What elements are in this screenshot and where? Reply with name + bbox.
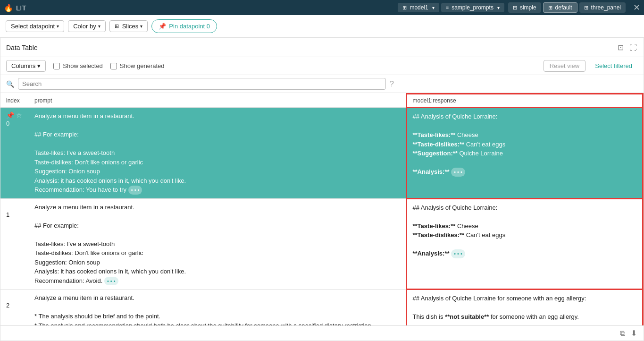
model-caret: ▾ bbox=[432, 5, 435, 10]
app-name: LIT bbox=[16, 4, 26, 12]
download-icon: ⬇ bbox=[631, 329, 637, 337]
app-logo: 🔥 LIT bbox=[4, 3, 26, 12]
download-button[interactable]: ⬇ bbox=[630, 328, 638, 339]
top-bar: 🔥 LIT ⊞ model1 ▾ ≡ sample_prompts ▾ ⊞ si… bbox=[0, 0, 644, 15]
table-container: index prompt model1:response 📌 bbox=[0, 93, 644, 325]
color-by-label: Color by bbox=[73, 23, 96, 30]
slices-caret: ▾ bbox=[140, 24, 142, 29]
select-filtered-label: Select filtered bbox=[595, 62, 632, 69]
pin-label: Pin datapoint 0 bbox=[169, 23, 210, 30]
model-selector-group: ⊞ model1 ▾ ≡ sample_prompts ▾ bbox=[398, 3, 504, 12]
table-toolbar: Columns ▾ Show selected Show generated R… bbox=[0, 57, 644, 75]
help-icon[interactable]: ? bbox=[390, 80, 394, 88]
panel-header: Data Table ⊡ ⛶ bbox=[0, 38, 644, 57]
pin-datapoint-button[interactable]: 📌 Pin datapoint 0 bbox=[151, 19, 217, 33]
close-icon[interactable]: ✕ bbox=[633, 2, 640, 13]
row-2-index: 2 bbox=[6, 302, 9, 309]
row-0-response-more[interactable]: • • • bbox=[451, 168, 465, 177]
table-row[interactable]: 📌 ☆ 2 Analyze a menu item in a restauran… bbox=[0, 290, 643, 326]
row-1-response: ## Analysis of Quiche Lorraine: **Taste-… bbox=[406, 198, 643, 290]
select-datapoint-label: Select datapoint bbox=[11, 23, 55, 30]
show-generated-group: Show generated bbox=[110, 62, 165, 69]
slices-button[interactable]: ⊞ Slices ▾ bbox=[109, 20, 148, 32]
row-0-prompt: Analyze a menu item in a restaurant. ## … bbox=[29, 108, 406, 199]
star-row-0-icon[interactable]: ☆ bbox=[16, 111, 22, 119]
reset-view-button[interactable]: Reset view bbox=[544, 60, 586, 72]
row-0-actions: 📌 ☆ bbox=[6, 111, 23, 119]
table-row[interactable]: 📌 ☆ 1 Analyze a menu item in a restauran… bbox=[0, 198, 643, 290]
row-2-response: ## Analysis of Quiche Lorraine for someo… bbox=[406, 290, 643, 326]
layout-three-panel-label: three_panel bbox=[591, 4, 621, 11]
prompts-caret: ▾ bbox=[497, 5, 500, 10]
model-selector[interactable]: ⊞ model1 ▾ bbox=[398, 3, 439, 12]
model-name: model1 bbox=[410, 4, 428, 11]
row-2-index-cell: 📌 ☆ 2 bbox=[0, 290, 29, 326]
show-selected-label: Show selected bbox=[63, 62, 103, 69]
minimize-icon[interactable]: ⊡ bbox=[617, 42, 625, 53]
search-icon: 🔍 bbox=[6, 80, 14, 88]
columns-button[interactable]: Columns ▾ bbox=[6, 60, 46, 72]
prompts-selector[interactable]: ≡ sample_prompts ▾ bbox=[441, 3, 504, 12]
layout-default-label: default bbox=[555, 4, 572, 11]
copy-button[interactable]: ⧉ bbox=[619, 328, 626, 339]
table-bottom: ⧉ ⬇ bbox=[0, 325, 644, 341]
row-0-prompt-more[interactable]: • • • bbox=[128, 186, 142, 195]
select-filtered-button[interactable]: Select filtered bbox=[589, 60, 638, 71]
pin-row-0-icon[interactable]: 📌 bbox=[6, 111, 14, 119]
row-1-index: 1 bbox=[6, 211, 9, 218]
layout-selector-group: ⊞ simple ⊞ default ⊞ three_panel bbox=[508, 2, 626, 13]
layout-simple-label: simple bbox=[520, 4, 536, 11]
table-header-row: index prompt model1:response bbox=[0, 94, 643, 108]
row-0-response: ## Analysis of Quiche Lorraine: **Taste-… bbox=[406, 108, 643, 199]
col-header-prompt: prompt bbox=[29, 94, 406, 108]
flame-icon: 🔥 bbox=[4, 3, 13, 12]
pin-icon: 📌 bbox=[159, 23, 166, 30]
table-row[interactable]: 📌 ☆ 0 Analyze a menu item in a restauran… bbox=[0, 108, 643, 199]
col-header-index: index bbox=[0, 94, 29, 108]
prompts-name: sample_prompts bbox=[452, 4, 493, 11]
columns-caret: ▾ bbox=[37, 62, 41, 69]
row-0-index-cell: 📌 ☆ 0 bbox=[0, 108, 29, 199]
row-1-prompt: Analyze a menu item in a restaurant. ## … bbox=[29, 198, 406, 290]
columns-label: Columns bbox=[11, 62, 35, 69]
panel-title: Data Table bbox=[6, 44, 38, 51]
copy-icon: ⧉ bbox=[620, 329, 625, 337]
row-2-prompt: Analyze a menu item in a restaurant. * T… bbox=[29, 290, 406, 326]
main-toolbar: Select datapoint ▾ Color by ▾ ⊞ Slices ▾… bbox=[0, 15, 644, 38]
table-toolbar-right: Reset view Select filtered bbox=[544, 60, 638, 72]
reset-view-label: Reset view bbox=[550, 62, 580, 69]
show-generated-label: Show generated bbox=[120, 62, 165, 69]
row-1-response-more[interactable]: • • • bbox=[451, 249, 465, 258]
show-generated-checkbox[interactable] bbox=[110, 63, 117, 69]
row-0-index: 0 bbox=[6, 120, 9, 127]
slices-label: Slices bbox=[122, 23, 139, 30]
select-datapoint-caret: ▾ bbox=[57, 24, 59, 29]
color-by-button[interactable]: Color by ▾ bbox=[68, 20, 105, 32]
row-1-prompt-more[interactable]: • • • bbox=[104, 277, 118, 286]
col-header-response: model1:response bbox=[406, 94, 643, 108]
data-table: index prompt model1:response 📌 bbox=[0, 93, 644, 325]
layout-three-panel[interactable]: ⊞ three_panel bbox=[579, 2, 626, 13]
search-input[interactable] bbox=[18, 78, 386, 90]
layout-default[interactable]: ⊞ default bbox=[543, 2, 577, 13]
color-by-caret: ▾ bbox=[98, 24, 100, 29]
layout-simple[interactable]: ⊞ simple bbox=[508, 2, 541, 13]
show-selected-checkbox[interactable] bbox=[53, 63, 60, 69]
data-table-panel: Data Table ⊡ ⛶ Columns ▾ Show selected S… bbox=[0, 38, 644, 341]
select-datapoint-button[interactable]: Select datapoint ▾ bbox=[6, 20, 64, 32]
panel-header-icons: ⊡ ⛶ bbox=[617, 42, 638, 53]
show-selected-group: Show selected bbox=[53, 62, 103, 69]
row-1-index-cell: 📌 ☆ 1 bbox=[0, 198, 29, 290]
expand-icon[interactable]: ⛶ bbox=[628, 43, 638, 53]
search-bar: 🔍 ? bbox=[0, 75, 644, 93]
